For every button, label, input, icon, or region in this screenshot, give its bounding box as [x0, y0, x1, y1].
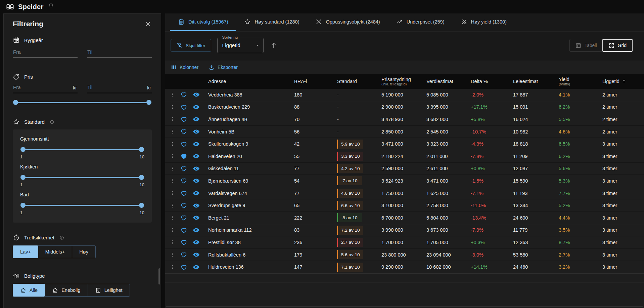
sort-direction-ascending-icon[interactable]: [270, 41, 278, 49]
row-menu-icon[interactable]: [170, 215, 175, 221]
address-cell[interactable]: Norheimsmarka 112: [208, 227, 294, 233]
table-row[interactable]: Bjørnebærstien 69 54 7 av 10 3 524 923 3…: [165, 175, 644, 187]
address-cell[interactable]: Vonheim 5B: [208, 129, 294, 134]
view-icon[interactable]: [192, 189, 200, 197]
address-cell[interactable]: Giskedalen 11: [208, 166, 294, 171]
view-icon[interactable]: [192, 214, 200, 222]
byggear-from-input[interactable]: [13, 47, 78, 56]
view-icon[interactable]: [192, 251, 200, 259]
row-menu-icon[interactable]: [170, 166, 175, 171]
address-cell[interactable]: Vedderheia 388: [208, 92, 294, 98]
row-menu-icon[interactable]: [170, 264, 175, 270]
view-icon[interactable]: [192, 91, 200, 99]
export-button[interactable]: Eksporter: [209, 64, 238, 70]
table-row[interactable]: Haldenveien 20 55 3.3 av 10 2 180 224 2 …: [165, 150, 644, 163]
address-cell[interactable]: Huldreveien 136: [208, 264, 294, 270]
table-row[interactable]: Berget 21 222 8 av 10 6 700 000 5 804 00…: [165, 212, 644, 224]
address-cell[interactable]: Buskerudveien 229: [208, 104, 294, 110]
favorite-icon[interactable]: [180, 214, 187, 221]
sort-select[interactable]: Sortering Liggetid: [217, 38, 264, 53]
table-row[interactable]: Rolfsbuktalléen 6 179 5.6 av 10 23 800 0…: [165, 249, 644, 261]
pris-to-input[interactable]: [87, 82, 152, 92]
row-menu-icon[interactable]: [170, 178, 175, 184]
address-cell[interactable]: Berget 21: [208, 215, 294, 221]
row-menu-icon[interactable]: [170, 203, 175, 208]
favorite-icon[interactable]: [180, 153, 187, 160]
table-row[interactable]: Huldreveien 136 147 7.1 av 10 9 290 000 …: [165, 261, 644, 273]
address-cell[interactable]: Bjørnebærstien 69: [208, 178, 294, 184]
column-header-verdiestimat[interactable]: Verdiestimat: [426, 79, 471, 84]
table-row[interactable]: Norheimsmarka 112 83 7.2 av 10 3 990 000…: [165, 224, 644, 237]
view-icon[interactable]: [192, 177, 200, 185]
column-header-yield[interactable]: Yield(brutto): [559, 77, 602, 86]
range-slider[interactable]: [21, 147, 143, 152]
favorite-icon[interactable]: [180, 165, 187, 172]
table-row[interactable]: Ånnerudhagen 4B 70 - 3 478 930 3 682 000…: [165, 113, 644, 126]
horizontal-scrollbar[interactable]: [166, 306, 643, 307]
address-cell[interactable]: Vardalsvegen 674: [208, 191, 294, 196]
view-icon[interactable]: [192, 263, 200, 271]
favorite-icon[interactable]: [180, 128, 187, 135]
table-row[interactable]: Prestlidi sør 38 236 2.7 av 10 1 700 000…: [165, 236, 644, 249]
row-menu-icon[interactable]: [170, 227, 175, 233]
table-row[interactable]: Vedderheia 388 180 - 5 190 000 5 085 000…: [165, 89, 644, 101]
tab-underpriset[interactable]: Underpriset (259): [388, 13, 453, 31]
favorite-icon[interactable]: [180, 141, 187, 148]
favorite-icon[interactable]: [180, 264, 187, 271]
row-menu-icon[interactable]: [170, 153, 175, 159]
slider-handle-min[interactable]: [20, 147, 26, 152]
byggear-to-input[interactable]: [87, 47, 152, 56]
row-menu-icon[interactable]: [170, 116, 175, 122]
hide-filter-button[interactable]: Skjul filter: [171, 39, 211, 52]
slider-handle-max[interactable]: [139, 203, 144, 208]
table-row[interactable]: Vonheim 5B 56 - 2 850 000 2 545 000 -10.…: [165, 126, 644, 138]
address-cell[interactable]: Rolfsbuktalléen 6: [208, 252, 294, 258]
favorite-icon[interactable]: [180, 251, 187, 258]
chip-høy[interactable]: Høy: [72, 245, 96, 258]
column-header-standard[interactable]: Standard: [337, 79, 381, 84]
columns-button[interactable]: Kolonner: [171, 64, 198, 70]
row-menu-icon[interactable]: [170, 141, 175, 147]
favorite-icon[interactable]: [180, 239, 187, 246]
tab-ditt-utvalg[interactable]: Ditt utvalg (15967): [170, 13, 236, 31]
slider-handle-max[interactable]: [146, 100, 151, 105]
favorite-icon[interactable]: [180, 116, 187, 123]
view-icon[interactable]: [192, 103, 200, 111]
address-cell[interactable]: Ånnerudhagen 4B: [208, 117, 294, 122]
chip-lav-[interactable]: Lav+: [13, 245, 38, 258]
info-icon[interactable]: [50, 120, 54, 124]
table-row[interactable]: Skullerudskogen 9 42 5.9 av 10 3 471 000…: [165, 138, 644, 150]
view-icon[interactable]: [192, 226, 200, 234]
row-menu-icon[interactable]: [170, 104, 175, 110]
favorite-icon[interactable]: [180, 202, 187, 209]
view-icon[interactable]: [192, 115, 200, 123]
price-range-slider[interactable]: [14, 100, 151, 105]
column-header-bra-i[interactable]: BRA-i: [294, 79, 337, 84]
favorite-icon[interactable]: [180, 227, 187, 234]
column-header-liggetid[interactable]: Liggetid: [602, 79, 644, 84]
info-icon[interactable]: [49, 3, 53, 8]
table-view-button[interactable]: Tabell: [569, 39, 602, 52]
tab-høy-yield[interactable]: Høy yield (1300): [453, 13, 515, 31]
slider-handle-min[interactable]: [20, 203, 26, 208]
range-slider[interactable]: [21, 175, 143, 180]
row-menu-icon[interactable]: [170, 190, 175, 196]
row-menu-icon[interactable]: [170, 239, 175, 245]
row-menu-icon[interactable]: [170, 129, 175, 134]
info-icon[interactable]: [59, 235, 64, 240]
favorite-icon[interactable]: [180, 177, 187, 184]
column-header-adresse[interactable]: Adresse: [208, 79, 294, 84]
pris-from-input[interactable]: [13, 82, 78, 92]
row-menu-icon[interactable]: [170, 252, 175, 258]
tab-høy-standard[interactable]: Høy standard (1280): [236, 13, 307, 31]
range-slider[interactable]: [21, 203, 143, 208]
view-icon[interactable]: [192, 140, 200, 148]
sidebar-scrollbar[interactable]: [158, 268, 160, 284]
table-row[interactable]: Giskedalen 11 77 4.2 av 10 2 590 000 2 6…: [165, 163, 644, 175]
column-header-leieestimat[interactable]: Leieestimat: [513, 79, 559, 84]
view-icon[interactable]: [192, 128, 200, 136]
address-cell[interactable]: Prestlidi sør 38: [208, 240, 294, 245]
address-cell[interactable]: Sverdrups gate 9: [208, 203, 294, 208]
table-row[interactable]: Buskerudveien 229 88 - 2 900 000 3 395 0…: [165, 101, 644, 114]
address-cell[interactable]: Skullerudskogen 9: [208, 141, 294, 147]
